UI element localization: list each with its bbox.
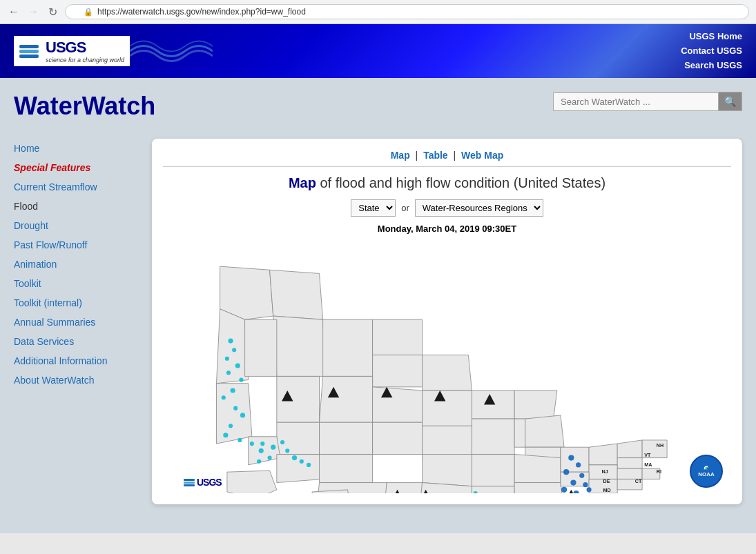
state-va — [514, 483, 564, 493]
sidebar-item-drought[interactable]: Drought — [14, 216, 145, 235]
state-vt — [617, 440, 642, 458]
flood-dot — [561, 487, 567, 493]
tab-web-map[interactable]: Web Map — [461, 150, 503, 161]
usgs-nav-links: USGS Home Contact USGS Search USGS — [681, 30, 742, 72]
streamflow-dot — [238, 438, 242, 442]
state-select[interactable]: State — [351, 199, 396, 217]
streamflow-dot — [233, 406, 238, 410]
state-mn — [423, 355, 472, 390]
map-timestamp: Monday, March 04, 2019 09:30ET — [163, 224, 731, 234]
sidebar-item-data-services[interactable]: Data Services — [14, 332, 145, 351]
state-label-md: MD — [603, 487, 611, 493]
state-label-vt: VT — [644, 452, 651, 458]
usgs-logo-text: USGS — [46, 39, 124, 57]
state-label-nh: NH — [657, 443, 663, 449]
sidebar-item-past-flow[interactable]: Past Flow/Runoff — [14, 235, 145, 255]
state-or — [270, 270, 323, 320]
state-az — [249, 437, 280, 465]
map-title-text: of flood and high flow condition (United… — [316, 175, 605, 190]
header-area: WaterWatch 🔍 — [14, 92, 742, 132]
streamflow-dot — [260, 442, 264, 446]
search-area: 🔍 — [553, 92, 742, 111]
forward-button[interactable]: → — [26, 5, 40, 19]
streamflow-dot — [231, 388, 235, 393]
streamflow-dot — [225, 357, 229, 361]
sidebar-item-toolkit-internal[interactable]: Toolkit (internal) — [14, 293, 145, 313]
search-input[interactable] — [553, 92, 719, 111]
state-ks — [373, 423, 423, 455]
tab-table[interactable]: Table — [423, 150, 448, 161]
sidebar-item-animation[interactable]: Animation — [14, 255, 145, 274]
content-area: Home Special Features Current Streamflow… — [14, 139, 742, 504]
tab-bar: Map | Table | Web Map — [163, 150, 731, 167]
state-ky — [472, 455, 514, 486]
state-wy — [320, 377, 373, 423]
state-mo — [423, 426, 472, 458]
sidebar: Home Special Features Current Streamflow… — [14, 139, 152, 504]
flood-dot — [583, 482, 588, 487]
tab-separator-1: | — [416, 150, 421, 161]
streamflow-dot — [228, 339, 233, 344]
state-co — [320, 423, 373, 455]
back-button[interactable]: ← — [7, 5, 21, 19]
sidebar-item-about[interactable]: About WaterWatch — [14, 370, 145, 390]
sidebar-item-additional-info[interactable]: Additional Information — [14, 351, 145, 370]
map-title-link[interactable]: Map — [289, 175, 316, 190]
state-mt — [323, 320, 373, 377]
sidebar-item-toolkit[interactable]: Toolkit — [14, 274, 145, 293]
state-id — [273, 316, 327, 376]
streamflow-dot — [222, 396, 226, 400]
sidebar-item-current-streamflow[interactable]: Current Streamflow — [14, 177, 145, 197]
state-wa — [220, 267, 273, 320]
state-label-nj: NJ — [602, 469, 608, 475]
state-pa — [561, 448, 589, 473]
streamflow-dot — [250, 442, 254, 446]
url-text: https://waterwatch.usgs.gov/new/index.ph… — [97, 7, 306, 17]
state-mi-low — [525, 415, 565, 447]
streamflow-dot — [285, 449, 289, 453]
flood-dot — [579, 473, 584, 478]
streamflow-dot — [240, 413, 245, 418]
state-la — [383, 483, 423, 493]
state-il — [472, 419, 514, 454]
state-tn — [472, 486, 514, 493]
state-wi — [472, 390, 514, 419]
map-title: Map of flood and high flow condition (Un… — [163, 175, 731, 191]
page-body: WaterWatch 🔍 Home Special Features Curre… — [0, 78, 756, 533]
state-label-de: DE — [603, 478, 610, 484]
state-nd — [373, 320, 423, 355]
usgs-footer-logo: USGS — [184, 477, 222, 488]
state-in — [514, 419, 525, 447]
state-ca — [216, 309, 248, 384]
sidebar-item-annual-summaries[interactable]: Annual Summaries — [14, 313, 145, 332]
tab-separator-2: | — [454, 150, 459, 161]
noaa-text: NOAA — [698, 471, 715, 477]
sidebar-item-home[interactable]: Home — [14, 139, 145, 158]
streamflow-dot — [259, 448, 264, 453]
state-ut — [277, 423, 320, 455]
sidebar-item-flood[interactable]: Flood — [14, 197, 145, 216]
streamflow-dot — [271, 445, 275, 450]
state-label-ma: MA — [644, 462, 652, 468]
state-ar — [423, 455, 472, 486]
page-title: WaterWatch — [14, 92, 155, 121]
usgs-home-link[interactable]: USGS Home — [681, 30, 742, 44]
streamflow-dot — [300, 459, 304, 464]
us-map-svg: NH VT MA RI CT NJ DE MD DC PR-VI AK — [163, 238, 731, 493]
flood-dot — [563, 469, 569, 475]
flood-dot — [568, 455, 574, 461]
usgs-logo: USGS science for a changing world — [14, 36, 130, 66]
state-or-s — [245, 320, 277, 377]
sidebar-item-special-features[interactable]: Special Features — [14, 158, 145, 177]
contact-usgs-link[interactable]: Contact USGS — [681, 44, 742, 59]
region-select[interactable]: Water-Resources Regions — [415, 199, 543, 217]
reload-button[interactable]: ↻ — [46, 5, 59, 19]
search-button[interactable]: 🔍 — [719, 92, 742, 111]
state-sd — [373, 355, 423, 387]
search-usgs-link[interactable]: Search USGS — [681, 59, 742, 73]
state-nm — [277, 455, 323, 483]
tab-map[interactable]: Map — [391, 150, 410, 161]
streamflow-dot — [307, 463, 311, 467]
state-mi-up — [514, 390, 557, 419]
address-bar[interactable]: 🔒 https://waterwatch.usgs.gov/new/index.… — [65, 4, 749, 19]
